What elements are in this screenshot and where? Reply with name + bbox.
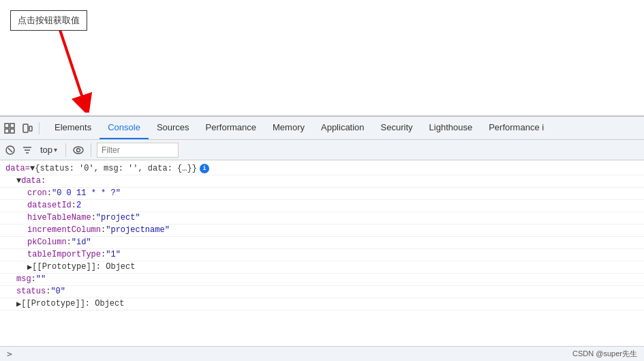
devtools-panel: Elements Console Sources Performance Mem… [0, 116, 644, 361]
tab-performance[interactable]: Performance [198, 117, 264, 139]
eye-icon[interactable] [72, 143, 85, 157]
tab-console[interactable]: Console [99, 117, 149, 139]
tab-performance-insights[interactable]: Performance i [480, 117, 552, 139]
console-line: ▶ [[Prototype]]: Object [0, 298, 644, 311]
svg-point-13 [74, 147, 83, 154]
console-line: incrementColumn : "projectname" [0, 225, 644, 237]
tab-memory[interactable]: Memory [264, 117, 313, 139]
clear-console-button[interactable] [3, 143, 17, 157]
svg-rect-3 [5, 129, 9, 133]
info-icon: i [200, 164, 209, 173]
tab-elements[interactable]: Elements [46, 117, 99, 139]
svg-line-1 [58, 24, 85, 106]
console-line: data= ▼ {status: '0', msg: '', data: {…}… [0, 163, 644, 175]
console-line: msg : "" [0, 274, 644, 286]
console-line: ▶ [[Prototype]]: Object [0, 261, 644, 274]
svg-rect-2 [5, 124, 9, 128]
svg-point-14 [77, 148, 80, 151]
tab-application[interactable]: Application [313, 117, 373, 139]
tab-security[interactable]: Security [373, 117, 421, 139]
toolbar-separator-2 [91, 143, 91, 157]
watermark: CSDN @super先生 [572, 349, 637, 359]
red-arrow [37, 20, 106, 113]
device-toolbar-icon[interactable] [21, 122, 33, 134]
tab-bar: Elements Console Sources Performance Mem… [0, 117, 644, 140]
context-label: top [40, 145, 52, 155]
page-area: 点击按钮获取值 [0, 0, 644, 116]
console-prompt-symbol: > [7, 349, 12, 359]
toolbar-separator [65, 143, 66, 157]
svg-rect-6 [23, 124, 28, 132]
svg-line-9 [8, 148, 12, 152]
console-toolbar: top ▾ [0, 140, 644, 160]
filter-input[interactable] [97, 143, 179, 158]
devtools-tabs: Elements Console Sources Performance Mem… [46, 117, 552, 139]
console-line: hiveTableName : "project" [0, 212, 644, 225]
context-dropdown[interactable]: top ▾ [37, 143, 60, 156]
filter-icon[interactable] [20, 143, 34, 157]
svg-rect-4 [10, 124, 14, 128]
console-line: datasetId : 2 [0, 200, 644, 212]
inspect-icon[interactable] [3, 122, 16, 134]
console-line: ▼ data : [0, 175, 644, 188]
chevron-down-icon: ▾ [54, 146, 57, 154]
console-line: tableImportType : "1" [0, 249, 644, 261]
console-output: data= ▼ {status: '0', msg: '', data: {…}… [0, 160, 644, 346]
svg-rect-5 [10, 129, 14, 133]
tab-sources[interactable]: Sources [149, 117, 198, 139]
get-value-button[interactable]: 点击按钮获取值 [10, 10, 87, 31]
svg-rect-7 [29, 126, 32, 131]
console-line: cron : "0 0 11 * * ?" [0, 188, 644, 200]
console-line: status : "0" [0, 286, 644, 298]
status-bar: > CSDN @super先生 [0, 346, 644, 361]
tab-lighthouse[interactable]: Lighthouse [421, 117, 481, 139]
devtools-icon-group [3, 122, 40, 134]
console-prompt-area: > [7, 349, 12, 359]
console-line: pkColumn : "id" [0, 237, 644, 249]
console-prefix: data= [5, 164, 30, 173]
